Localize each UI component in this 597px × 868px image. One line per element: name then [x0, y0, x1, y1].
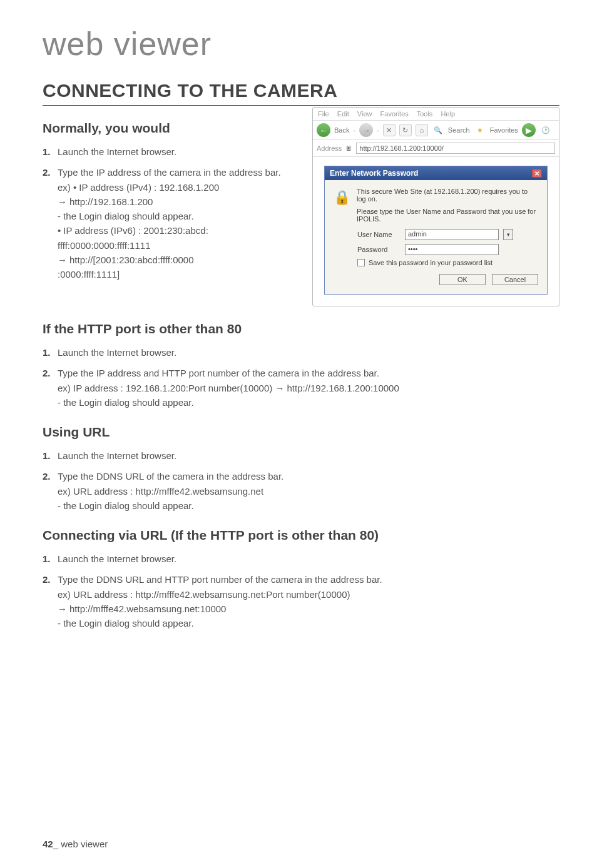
username-input[interactable]: admin: [405, 229, 499, 240]
arrow-icon: [275, 383, 287, 393]
sub4-step2: Type the DDNS URL and HTTP port number o…: [43, 572, 559, 630]
address-bar: Address 🗏 http://192.168.1.200:10000/: [313, 140, 559, 157]
address-label: Address: [317, 144, 342, 152]
sub1-ex-l6: http://[2001:230:abcd:ffff:0000: [58, 253, 301, 267]
menu-view[interactable]: View: [357, 110, 372, 118]
footer-sep: _: [53, 839, 58, 849]
sub3-step1: Launch the Internet browser.: [43, 448, 559, 463]
sub4-note: - the Login dialog should appear.: [58, 616, 559, 630]
sub1-ex-l3: - the Login dialog should appear.: [58, 209, 301, 223]
dialog-title: Enter Network Password: [330, 169, 418, 178]
sub4-step1: Launch the Internet browser.: [43, 552, 559, 566]
menu-edit[interactable]: Edit: [337, 110, 349, 118]
sub1-ex-row1: ex) IP address (IPv4) : 192.168.1.200: [58, 180, 301, 194]
sub1-step2: Type the IP address of the camera in the…: [43, 165, 301, 281]
sub1-ex-l7: :0000:ffff:1111]: [58, 267, 301, 281]
menu-file[interactable]: File: [318, 110, 329, 118]
sub1-ex-l4: IP address (IPv6) : 2001:230:abcd:: [63, 225, 208, 236]
sub2-title: If the HTTP port is other than 80: [43, 321, 559, 336]
password-input[interactable]: ••••: [405, 244, 499, 255]
sub2-ex-arrow: http://192.168.1.200:10000: [287, 383, 399, 393]
browser-dialog: File Edit View Favorites Tools Help ← Ba…: [312, 107, 559, 306]
sub1-ex-l2: http://192.168.1.200: [58, 194, 301, 209]
dialog-titlebar: Enter Network Password ✕: [325, 166, 547, 180]
sub3-ex: ex) URL address : http://mfffe42.websams…: [58, 484, 559, 498]
bullet-icon: [58, 225, 63, 236]
sub4-step2-text: Type the DDNS URL and HTTP port number o…: [58, 574, 382, 585]
sub1-ex-l5: ffff:0000:0000:ffff:1111: [58, 238, 301, 253]
sub3-step2-text: Type the DDNS URL of the camera in the a…: [58, 471, 283, 482]
page-title: web viewer: [43, 25, 559, 63]
sub2-note: - the Login dialog should appear.: [58, 395, 559, 410]
sub2-step2: Type the IP address and HTTP port number…: [43, 366, 559, 410]
sub1-step2-text: Type the IP address of the camera in the…: [58, 167, 281, 178]
sub2-step2-text: Type the IP address and HTTP port number…: [58, 368, 379, 378]
sub1-ex-l4-wrap: IP address (IPv6) : 2001:230:abcd:: [58, 223, 301, 238]
favorites-icon[interactable]: ★: [474, 124, 486, 136]
dialog-msg1: This secure Web Site (at 192.168.1.200) …: [357, 188, 538, 203]
address-input[interactable]: http://192.168.1.200:10000/: [356, 143, 555, 154]
sub2-ex-label: ex) IP address : 192.168.1.200:Port numb…: [58, 383, 272, 393]
toolbar: ← Back - → - ✕ ↻ ⌂ 🔍 Search ★ Favorites …: [313, 121, 559, 140]
menu-help[interactable]: Help: [441, 110, 455, 118]
stop-icon[interactable]: ✕: [383, 124, 395, 136]
toolbar-sep: -: [353, 126, 355, 134]
ie-page-icon: 🗏: [345, 144, 352, 152]
cancel-button[interactable]: Cancel: [492, 274, 538, 285]
username-label: User Name: [357, 231, 400, 238]
bullet-icon: [73, 182, 79, 193]
sub3-title: Using URL: [43, 425, 559, 440]
search-icon[interactable]: 🔍: [432, 124, 444, 136]
sub3-note: - the Login dialog should appear.: [58, 498, 559, 513]
back-icon[interactable]: ←: [317, 123, 330, 137]
close-icon[interactable]: ✕: [532, 169, 542, 178]
page-footer: 42_ web viewer: [43, 839, 108, 849]
ex-label: ex): [58, 182, 71, 193]
search-label: Search: [448, 126, 470, 134]
favorites-label: Favorites: [490, 126, 518, 134]
footer-label: web viewer: [61, 839, 108, 849]
back-label: Back: [334, 126, 349, 134]
sub4-title: Connecting via URL (If the HTTP port is …: [43, 528, 559, 543]
password-dialog: Enter Network Password ✕ 🔒 This secure W…: [324, 166, 548, 295]
chevron-down-icon[interactable]: ▾: [503, 229, 513, 240]
sub2-step1: Launch the Internet browser.: [43, 345, 559, 360]
home-icon[interactable]: ⌂: [416, 124, 428, 136]
forward-icon[interactable]: →: [359, 123, 373, 137]
sub1-title: Normally, you would: [43, 121, 301, 136]
sub1-steps: Launch the Internet browser. Type the IP…: [43, 144, 301, 281]
menu-favorites[interactable]: Favorites: [380, 110, 409, 118]
sub2-steps: Launch the Internet browser. Type the IP…: [43, 345, 559, 410]
dialog-body: 🔒 This secure Web Site (at 192.168.1.200…: [325, 180, 547, 294]
ok-button[interactable]: OK: [439, 274, 486, 285]
password-label: Password: [357, 246, 400, 253]
media-icon[interactable]: ▶: [522, 123, 536, 137]
sub2-ex-line: ex) IP address : 192.168.1.200:Port numb…: [58, 381, 559, 395]
history-icon[interactable]: 🕑: [539, 124, 552, 136]
toolbar-dash: -: [377, 126, 379, 134]
save-password-checkbox[interactable]: [357, 259, 365, 266]
sub4-steps: Launch the Internet browser. Type the DD…: [43, 552, 559, 630]
lock-icon: 🔒: [334, 188, 350, 208]
save-password-label: Save this password in your password list: [369, 259, 492, 266]
sub4-ex: ex) URL address : http://mfffe42.websams…: [58, 587, 559, 602]
section-title: CONNECTING TO THE CAMERA: [43, 80, 559, 106]
menu-tools[interactable]: Tools: [417, 110, 433, 118]
sub3-step2: Type the DDNS URL of the camera in the a…: [43, 469, 559, 513]
menu-bar: File Edit View Favorites Tools Help: [313, 108, 559, 121]
sub1-ex-l1: IP address (IPv4) : 192.168.1.200: [79, 182, 219, 193]
page-number: 42: [43, 839, 53, 849]
sub1-step1: Launch the Internet browser.: [43, 144, 301, 159]
refresh-icon[interactable]: ↻: [399, 124, 412, 136]
dialog-msg2: Please type the User Name and Password t…: [357, 208, 538, 223]
sub4-arrow: http://mfffe42.websamsung.net:10000: [58, 602, 559, 616]
sub3-steps: Launch the Internet browser. Type the DD…: [43, 448, 559, 513]
